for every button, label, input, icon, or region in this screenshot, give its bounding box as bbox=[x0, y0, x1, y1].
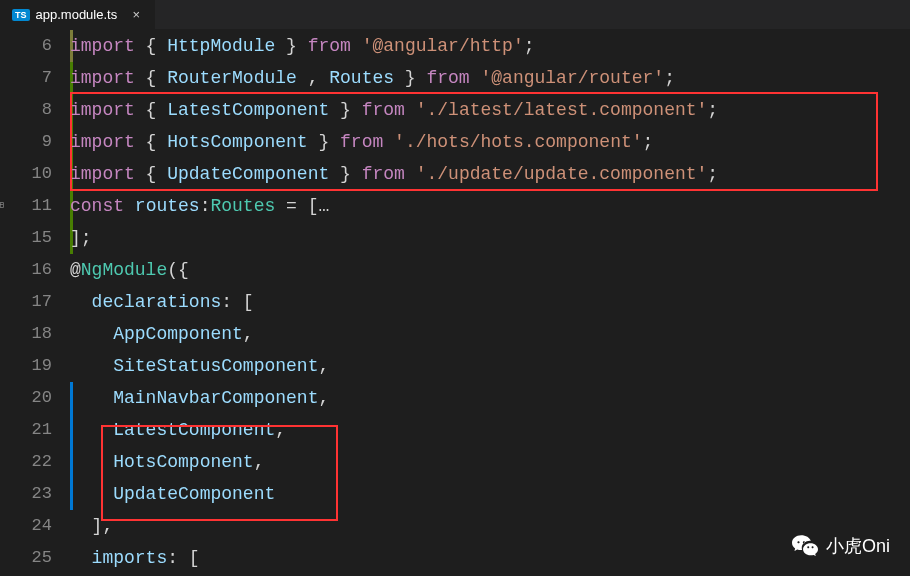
line-number: 10 bbox=[0, 158, 52, 190]
watermark: 小虎Oni bbox=[792, 534, 890, 558]
close-icon[interactable]: × bbox=[129, 8, 143, 22]
tab-bar: TS app.module.ts × bbox=[0, 0, 910, 30]
code-content[interactable]: import { HttpModule } from '@angular/htt… bbox=[70, 30, 910, 576]
line-number: 23 bbox=[0, 478, 52, 510]
line-number: 25 bbox=[0, 542, 52, 574]
line-number: 19 bbox=[0, 350, 52, 382]
watermark-text: 小虎Oni bbox=[826, 534, 890, 558]
code-line[interactable]: UpdateComponent bbox=[70, 478, 910, 510]
tab-filename: app.module.ts bbox=[36, 7, 118, 22]
code-line[interactable]: LatestComponent, bbox=[70, 414, 910, 446]
code-editor[interactable]: 67891011⊞1516171819202122232425 import {… bbox=[0, 30, 910, 576]
line-number: 7 bbox=[0, 62, 52, 94]
code-line[interactable]: MainNavbarComponent, bbox=[70, 382, 910, 414]
line-number: 8 bbox=[0, 94, 52, 126]
tab-active[interactable]: TS app.module.ts × bbox=[0, 0, 156, 29]
code-line[interactable]: const routes:Routes = [… bbox=[70, 190, 910, 222]
line-number: 11⊞ bbox=[0, 190, 52, 222]
line-number-gutter: 67891011⊞1516171819202122232425 bbox=[0, 30, 70, 576]
fold-icon[interactable]: ⊞ bbox=[0, 190, 4, 222]
code-line[interactable]: import { HotsComponent } from './hots/ho… bbox=[70, 126, 910, 158]
code-line[interactable]: import { HttpModule } from '@angular/htt… bbox=[70, 30, 910, 62]
line-number: 22 bbox=[0, 446, 52, 478]
line-number: 20 bbox=[0, 382, 52, 414]
code-line[interactable]: SiteStatusComponent, bbox=[70, 350, 910, 382]
code-line[interactable]: @NgModule({ bbox=[70, 254, 910, 286]
line-number: 16 bbox=[0, 254, 52, 286]
code-line[interactable]: import { RouterModule , Routes } from '@… bbox=[70, 62, 910, 94]
line-number: 17 bbox=[0, 286, 52, 318]
code-line[interactable]: AppComponent, bbox=[70, 318, 910, 350]
line-number: 18 bbox=[0, 318, 52, 350]
line-number: 6 bbox=[0, 30, 52, 62]
line-number: 15 bbox=[0, 222, 52, 254]
code-line[interactable]: declarations: [ bbox=[70, 286, 910, 318]
typescript-file-icon: TS bbox=[12, 9, 30, 21]
code-line[interactable]: ], bbox=[70, 510, 910, 542]
line-number: 21 bbox=[0, 414, 52, 446]
wechat-icon bbox=[792, 535, 818, 557]
code-line[interactable]: ]; bbox=[70, 222, 910, 254]
line-number: 24 bbox=[0, 510, 52, 542]
code-line[interactable]: import { LatestComponent } from './lates… bbox=[70, 94, 910, 126]
line-number: 9 bbox=[0, 126, 52, 158]
code-line[interactable]: imports: [ bbox=[70, 542, 910, 574]
code-line[interactable]: HotsComponent, bbox=[70, 446, 910, 478]
code-line[interactable]: import { UpdateComponent } from './updat… bbox=[70, 158, 910, 190]
